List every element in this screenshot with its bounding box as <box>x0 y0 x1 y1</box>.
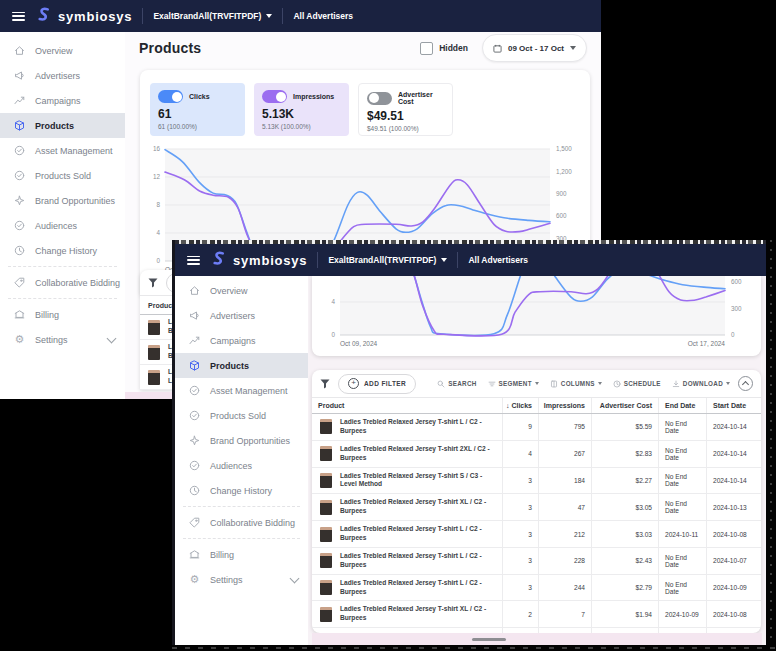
metric-label: Advertiser Cost <box>398 91 444 105</box>
sidebar-item-audiences[interactable]: Audiences <box>0 213 125 238</box>
metric-cards: Clicks6161 (100.00%)Impressions5.13K5.13… <box>150 83 453 136</box>
sidebar-item-products-sold[interactable]: Products Sold <box>0 163 125 188</box>
toolbar-action-download[interactable]: DOWNLOAD <box>672 380 730 388</box>
page-topbar: Products Hidden 09 Oct - 17 Oct <box>125 32 601 64</box>
product-thumbnail <box>320 527 332 542</box>
metric-toggle-clicks[interactable] <box>158 90 183 103</box>
cell-cost: $3.05 <box>591 494 658 520</box>
column-header-clicks[interactable]: ↓Clicks <box>502 398 538 413</box>
y-axis-tick-right: 1,200 <box>556 168 572 175</box>
sidebar-item-change-history[interactable]: Change History <box>175 478 308 503</box>
advertiser-selector[interactable]: All Advertisers <box>293 11 353 21</box>
metric-card-advertiser-cost[interactable]: Advertiser Cost$49.51$49.51 (100.00%) <box>358 83 453 136</box>
brand-selector[interactable]: ExaltBrandAll(TRVFITPDF) <box>328 255 447 265</box>
sidebar-item-overview[interactable]: Overview <box>175 278 308 303</box>
sidebar-item-products[interactable]: Products <box>175 353 308 378</box>
x-axis-label-start: Oct 09, 2024 <box>340 340 378 347</box>
sidebar-item-collaborative-bidding[interactable]: Collaborative Bidding <box>175 510 308 535</box>
screenshot-edge <box>172 645 776 651</box>
sidebar-item-label: Products Sold <box>210 411 266 421</box>
cell-start-date: 2024-10-08 <box>706 521 761 547</box>
sidebar-item-advertisers[interactable]: Advertisers <box>175 303 308 328</box>
metric-subvalue: 5.13K (100.00%) <box>262 123 341 130</box>
sidebar-item-billing[interactable]: Billing <box>175 542 308 567</box>
brand-name: symbiosys <box>233 253 307 268</box>
sidebar-item-products-sold[interactable]: Products Sold <box>175 403 308 428</box>
product-name: Ladies Trebled Relaxed Jersey T-shirt L … <box>340 418 496 436</box>
toggle-knob <box>172 92 182 102</box>
table-row[interactable]: Ladies Trebled Relaxed Jersey T-shirt S … <box>312 468 761 495</box>
cell-cost: $3.03 <box>591 521 658 547</box>
cube-icon <box>189 360 200 371</box>
sidebar-item-collaborative-bidding[interactable]: Collaborative Bidding <box>0 270 125 295</box>
sidebar: OverviewAdvertisersCampaignsProductsAsse… <box>0 32 125 399</box>
table-row[interactable]: Ladies Trebled Relaxed Jersey T-shirt XL… <box>312 494 761 521</box>
table-row[interactable]: Ladies Trebled Relaxed Jersey T-shirt L … <box>312 575 761 602</box>
collapse-button[interactable] <box>738 376 753 391</box>
sidebar-item-products[interactable]: Products <box>0 113 125 138</box>
brand-selector[interactable]: ExaltBrandAll(TRVFITPDF) <box>153 11 272 21</box>
date-range-picker[interactable]: 09 Oct - 17 Oct <box>482 34 587 62</box>
table-row[interactable]: Ladies Trebled Relaxed Jersey T-shirt L … <box>312 548 761 575</box>
product-thumbnail <box>320 553 332 568</box>
toolbar-action-columns[interactable]: COLUMNS <box>550 380 602 388</box>
metric-value: 5.13K <box>262 107 341 121</box>
toolbar-actions: SEARCHSEGMENTCOLUMNSSCHEDULEDOWNLOAD <box>437 380 730 388</box>
app-header: symbiosys ExaltBrandAll(TRVFITPDF) All A… <box>0 0 601 32</box>
front-window: symbiosys ExaltBrandAll(TRVFITPDF) All A… <box>172 240 766 645</box>
metric-toggle-advertiser-cost[interactable] <box>367 92 392 105</box>
advertiser-selector[interactable]: All Advertisers <box>468 255 528 265</box>
sidebar-item-audiences[interactable]: Audiences <box>175 453 308 478</box>
sidebar-item-asset-management[interactable]: Asset Management <box>0 138 125 163</box>
sidebar-item-brand-opportunities[interactable]: Brand Opportunities <box>175 428 308 453</box>
chevron-down-icon <box>290 573 300 583</box>
toolbar-action-schedule[interactable]: SCHEDULE <box>613 380 661 388</box>
sidebar-item-campaigns[interactable]: Campaigns <box>0 88 125 113</box>
column-header-start-date[interactable]: Start Date <box>706 398 761 413</box>
column-header-label: Advertiser Cost <box>600 402 652 409</box>
product-thumbnail <box>148 345 160 360</box>
cell-start-date: 2024-10-13 <box>706 494 761 520</box>
home-icon <box>189 285 200 296</box>
cell-clicks: 2 <box>502 601 538 627</box>
table-row[interactable]: Ladies Trebled Relaxed Jersey T-shirt L … <box>312 414 761 441</box>
metric-card-clicks[interactable]: Clicks6161 (100.00%) <box>150 83 245 136</box>
add-filter-button[interactable]: + ADD FILTER <box>338 374 416 394</box>
hidden-checkbox[interactable]: Hidden <box>420 42 468 55</box>
scrollbar-handle[interactable] <box>472 638 506 641</box>
column-header-impressions[interactable]: Impressions <box>538 398 591 413</box>
metric-card-impressions[interactable]: Impressions5.13K5.13K (100.00%) <box>254 83 349 136</box>
table-row[interactable]: Ladies Trebled Relaxed Jersey T-shirt 2X… <box>312 441 761 468</box>
hamburger-menu-button[interactable] <box>187 256 200 265</box>
cell-cost: $2.83 <box>591 441 658 467</box>
sidebar-divider <box>8 266 117 267</box>
tag-icon <box>189 517 200 528</box>
sidebar-item-campaigns[interactable]: Campaigns <box>175 328 308 353</box>
spark-icon <box>189 435 200 446</box>
table-row[interactable]: Ladies Trebled Relaxed Jersey T-shirt L … <box>312 521 761 548</box>
sidebar-item-label: Overview <box>35 46 73 56</box>
sidebar-item-brand-opportunities[interactable]: Brand Opportunities <box>0 188 125 213</box>
metric-toggle-impressions[interactable] <box>262 90 287 103</box>
sidebar-item-advertisers[interactable]: Advertisers <box>0 63 125 88</box>
sidebar-item-overview[interactable]: Overview <box>0 38 125 63</box>
sidebar-item-billing[interactable]: Billing <box>0 302 125 327</box>
toolbar-action-segment[interactable]: SEGMENT <box>488 380 539 388</box>
plus-icon: + <box>348 378 359 389</box>
sidebar-item-label: Products <box>210 361 249 371</box>
sidebar-item-change-history[interactable]: Change History <box>0 238 125 263</box>
column-header-end-date[interactable]: End Date <box>658 398 706 413</box>
sidebar-item-asset-management[interactable]: Asset Management <box>175 378 308 403</box>
filter-icon <box>148 278 158 288</box>
product-name: Ladies Trebled Relaxed Jersey T-shirt XL… <box>340 498 496 516</box>
sidebar-item-settings[interactable]: ⚙Settings <box>0 327 125 352</box>
table-row[interactable]: Ladies Trebled Relaxed Jersey T-shirt XL… <box>312 601 761 628</box>
sidebar-item-settings[interactable]: ⚙Settings <box>175 567 308 592</box>
sidebar-item-label: Settings <box>210 575 243 585</box>
column-header-product[interactable]: Product <box>312 398 502 413</box>
hamburger-menu-button[interactable] <box>12 12 25 21</box>
product-thumbnail <box>148 370 160 385</box>
column-header-advertiser-cost[interactable]: Advertiser Cost <box>591 398 658 413</box>
toolbar-action-search[interactable]: SEARCH <box>437 380 476 388</box>
cell-start-date: 2024-10-09 <box>706 575 761 601</box>
